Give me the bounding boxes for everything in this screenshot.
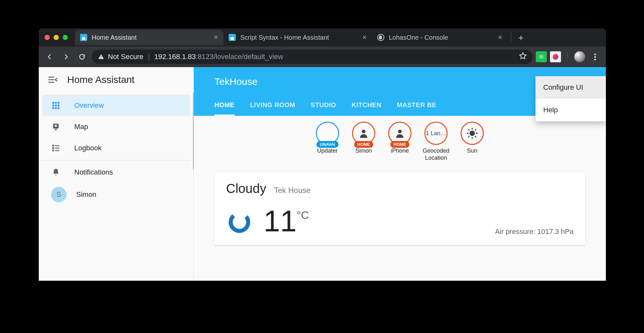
badge-simon[interactable]: HOME Simon bbox=[348, 122, 380, 161]
sidebar-divider bbox=[42, 160, 190, 160]
svg-rect-9 bbox=[52, 107, 54, 109]
svg-point-20 bbox=[227, 210, 252, 235]
badge-label: iPhone bbox=[391, 147, 409, 155]
tab-studio[interactable]: STUDIO bbox=[311, 97, 336, 116]
extension-icon[interactable] bbox=[536, 51, 547, 62]
svg-point-13 bbox=[55, 125, 57, 127]
svg-point-19 bbox=[470, 131, 474, 135]
bookmark-star-icon[interactable] bbox=[519, 52, 527, 62]
person-icon bbox=[358, 128, 369, 139]
sidebar-item-label: Notifications bbox=[74, 168, 113, 177]
badge-pill: HOME bbox=[390, 141, 410, 148]
map-marker-icon bbox=[51, 123, 61, 131]
sidebar-item-map[interactable]: Map bbox=[42, 116, 190, 137]
page-content: Home Assistant Overview Map bbox=[39, 67, 606, 281]
app-title: Home Assistant bbox=[67, 74, 134, 85]
badge-circle bbox=[461, 122, 484, 145]
tab-living-room[interactable]: LIVING ROOM bbox=[250, 97, 295, 116]
sidebar-item-label: Overview bbox=[74, 101, 104, 110]
overflow-menu: Configure UI Help bbox=[535, 76, 606, 121]
svg-rect-8 bbox=[57, 105, 59, 106]
badge-geocoded-location[interactable]: 1 Lan… Geocoded Location bbox=[420, 122, 452, 161]
svg-rect-0 bbox=[101, 56, 101, 57]
badge-pill: UNAVAI bbox=[317, 141, 338, 148]
badge-label: Simon bbox=[355, 147, 372, 155]
badge-label: Geocoded Location bbox=[420, 147, 452, 161]
tab-title: LohasOne - Console bbox=[389, 34, 493, 41]
sidebar-item-user[interactable]: S Simon bbox=[42, 183, 190, 206]
kebab-menu-icon bbox=[594, 54, 596, 60]
tab-title: Script Syntax - Home Assistant bbox=[240, 34, 358, 41]
badge-circle: UNAVAI bbox=[316, 122, 339, 145]
weather-card-header: Cloudy Tek House bbox=[226, 181, 574, 196]
weather-card[interactable]: Cloudy Tek House 11°C Air pressure: 1017… bbox=[214, 172, 585, 245]
menu-item-help[interactable]: Help bbox=[535, 99, 606, 121]
svg-rect-1 bbox=[101, 58, 101, 58]
divider: | bbox=[148, 53, 150, 61]
temperature-value: 11°C bbox=[264, 206, 309, 236]
tab-bar: Home Assistant ✕ Script Syntax - Home As… bbox=[39, 28, 606, 46]
browser-menu-button[interactable] bbox=[588, 50, 601, 63]
sidebar: Home Assistant Overview Map bbox=[39, 67, 194, 281]
badge-inner-text: 1 Lan… bbox=[426, 130, 446, 137]
sidebar-nav: Overview Map Logbook bbox=[39, 92, 193, 206]
minimize-window-button[interactable] bbox=[54, 35, 59, 40]
svg-rect-3 bbox=[52, 102, 54, 104]
air-pressure: Air pressure: 1017.3 hPa bbox=[495, 227, 574, 236]
url-text: 192.168.1.83:8123/lovelace/default_view bbox=[154, 53, 283, 61]
globe-favicon-icon bbox=[377, 34, 384, 41]
back-button[interactable] bbox=[43, 50, 56, 63]
forward-button[interactable] bbox=[59, 50, 72, 63]
badge-label: Sun bbox=[467, 147, 477, 155]
weather-glyph-icon bbox=[226, 207, 255, 236]
svg-point-14 bbox=[53, 145, 54, 146]
svg-point-16 bbox=[53, 150, 54, 151]
close-tab-icon[interactable]: ✕ bbox=[213, 34, 218, 41]
warning-triangle-icon bbox=[98, 54, 105, 60]
tab-master-bedroom[interactable]: MASTER BE bbox=[397, 97, 436, 116]
svg-point-18 bbox=[398, 130, 401, 133]
sidebar-item-label: Map bbox=[74, 123, 88, 131]
temperature-block: 11°C bbox=[226, 206, 309, 236]
profile-avatar-button[interactable] bbox=[574, 51, 585, 62]
browser-window: Home Assistant ✕ Script Syntax - Home As… bbox=[39, 28, 606, 281]
menu-item-configure-ui[interactable]: Configure UI bbox=[535, 76, 606, 99]
close-tab-icon[interactable]: ✕ bbox=[362, 34, 367, 41]
badge-circle: 1 Lan… bbox=[424, 122, 448, 145]
badge-sun[interactable]: Sun bbox=[456, 122, 488, 161]
close-tab-icon[interactable]: ✕ bbox=[498, 34, 503, 41]
badge-pill: HOME bbox=[354, 141, 373, 148]
maximize-window-button[interactable] bbox=[63, 35, 68, 40]
tab-separator bbox=[511, 33, 511, 42]
not-secure-indicator[interactable]: Not Secure bbox=[98, 53, 143, 61]
sidebar-item-overview[interactable]: Overview bbox=[42, 95, 190, 116]
tab-kitchen[interactable]: KITCHEN bbox=[352, 97, 381, 116]
extension-instagram-icon[interactable] bbox=[550, 51, 561, 62]
svg-rect-6 bbox=[52, 105, 54, 106]
badges-row: UNAVAI Updater HOME Simon HOME bbox=[194, 116, 606, 165]
sidebar-item-notifications[interactable]: Notifications bbox=[42, 162, 190, 183]
badge-label: Updater bbox=[317, 147, 338, 155]
sidebar-item-logbook[interactable]: Logbook bbox=[42, 137, 190, 159]
weather-location: Tek House bbox=[274, 186, 311, 195]
browser-tab[interactable]: Script Syntax - Home Assistant ✕ bbox=[223, 30, 372, 45]
home-assistant-favicon-icon bbox=[229, 34, 236, 41]
sun-icon bbox=[466, 127, 479, 140]
weather-card-body: 11°C Air pressure: 1017.3 hPa bbox=[226, 206, 574, 236]
collapse-sidebar-button[interactable] bbox=[48, 76, 57, 84]
reload-button[interactable] bbox=[76, 50, 88, 63]
browser-tab[interactable]: Home Assistant ✕ bbox=[75, 30, 223, 45]
close-window-button[interactable] bbox=[45, 35, 50, 40]
new-tab-button[interactable]: ＋ bbox=[514, 31, 527, 44]
sidebar-item-label: Simon bbox=[76, 190, 96, 199]
main-content: TekHouse HOME LIVING ROOM STUDIO KITCHEN… bbox=[194, 67, 606, 281]
browser-chrome: Home Assistant ✕ Script Syntax - Home As… bbox=[39, 28, 606, 67]
address-bar[interactable]: Not Secure | 192.168.1.83:8123/lovelace/… bbox=[92, 50, 533, 64]
badge-iphone[interactable]: HOME iPhone bbox=[384, 122, 416, 161]
svg-rect-10 bbox=[55, 107, 57, 109]
browser-toolbar: Not Secure | 192.168.1.83:8123/lovelace/… bbox=[39, 46, 606, 67]
badge-updater[interactable]: UNAVAI Updater bbox=[311, 122, 344, 161]
browser-tab[interactable]: LohasOne - Console ✕ bbox=[372, 30, 508, 45]
tab-home[interactable]: HOME bbox=[214, 97, 234, 116]
bell-icon bbox=[51, 168, 61, 177]
